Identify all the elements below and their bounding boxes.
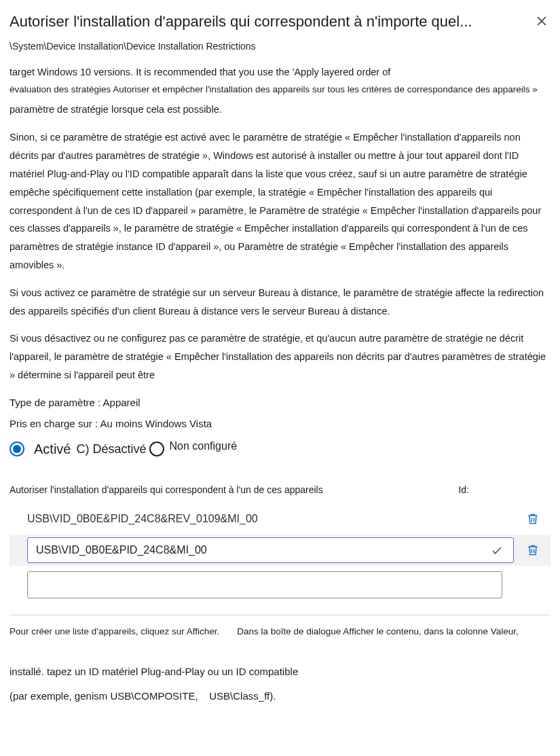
description-paragraph: Si vous désactivez ou ne configurez pas …	[10, 329, 550, 384]
trailing-line: (par exemple, genism USB\COMPOSITE,	[10, 690, 198, 702]
divider	[10, 615, 550, 615]
list-item: USB\VID_0B0E&PID_24C8&REV_0109&MI_00	[10, 503, 550, 535]
list-item-input[interactable]	[36, 544, 489, 556]
description-cut-line: target Windows 10 versions. It is recomm…	[10, 63, 550, 82]
close-button[interactable]	[533, 12, 550, 30]
list-footnote: Pour créer une liste d'appareils, clique…	[10, 626, 550, 636]
check-icon	[490, 543, 504, 557]
delete-button[interactable]	[522, 508, 544, 530]
device-id-list: USB\VID_0B0E&PID_24C8&REV_0109&MI_00	[10, 503, 550, 598]
list-label: Autoriser l'installation d'appareils qui…	[10, 484, 323, 495]
footnote-left: Pour créer une liste d'appareils, clique…	[10, 626, 219, 636]
list-label-id: Id:	[458, 484, 469, 495]
trailing-text: installé. tapez un ID matériel Plug-and-…	[10, 660, 550, 708]
supported-on: Pris en charge sur : Au moins Windows Vi…	[10, 418, 550, 429]
list-item	[10, 535, 550, 566]
setting-type: Type de paramètre : Appareil	[10, 397, 550, 408]
radio-not-configured[interactable]	[149, 442, 164, 456]
trash-icon	[526, 543, 540, 557]
list-item-text: USB\VID_0B0E&PID_24C8&REV_0109&MI_00	[27, 513, 484, 525]
delete-button[interactable]	[522, 539, 544, 561]
description-paragraph: Si vous activez ce paramètre de stratégi…	[10, 284, 550, 321]
breadcrumb: \System\Device Installation\Device Insta…	[10, 41, 550, 52]
description-line: paramètre de stratégie lorsque cela est …	[10, 104, 222, 115]
radio-disabled-label[interactable]: C) Désactivé	[76, 442, 146, 456]
list-item-input-wrapper	[27, 537, 514, 563]
confirm-button[interactable]	[489, 539, 505, 561]
state-radio-group: Activé C) Désactivé Non configuré	[10, 442, 550, 457]
radio-enabled[interactable]	[10, 442, 24, 456]
page-title: Autoriser l'installation d'appareils qui…	[10, 12, 472, 31]
trailing-line: installé. tapez un ID matériel Plug-and-…	[10, 660, 550, 684]
close-icon	[536, 16, 547, 26]
new-item-input[interactable]	[27, 571, 502, 598]
description-line: évaluation des stratégies Autoriser et e…	[10, 82, 550, 98]
trailing-line: USB\Class_ff).	[209, 690, 276, 702]
radio-enabled-label[interactable]: Activé	[34, 442, 71, 457]
footnote-right: Dans la boîte de dialogue Afficher le co…	[237, 626, 519, 636]
description-paragraph: Sinon, si ce paramètre de stratégie est …	[10, 128, 550, 274]
radio-not-configured-label[interactable]: Non configuré	[170, 440, 238, 452]
description-text: target Windows 10 versions. It is recomm…	[10, 58, 550, 384]
trash-icon	[526, 512, 540, 526]
